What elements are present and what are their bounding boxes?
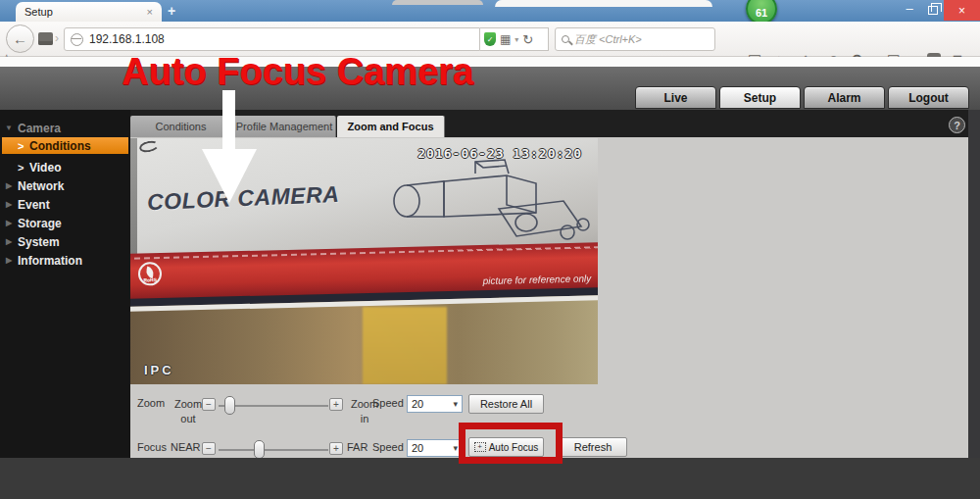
focus-far-button[interactable]: + [329,442,343,455]
nav-setup-button[interactable]: Setup [719,86,801,109]
restore-all-button[interactable]: Restore All [468,394,544,414]
select-caret-icon: ▾ [453,443,458,453]
caret-down-icon[interactable]: ▾ [514,35,518,44]
new-tab-button[interactable]: + [168,3,175,19]
sidebar-item-camera[interactable]: ▼ Camera [0,120,130,136]
camera-line-art [381,154,592,256]
nav-logout-button[interactable]: Logout [888,86,969,109]
annotation-heading: Auto Focus Camera [122,51,473,93]
sidebar-item-network[interactable]: ▶ Network [0,177,130,194]
nav-live-button[interactable]: Live [635,86,716,109]
triangle-right-icon: ▶ [0,200,18,209]
chevron-icon: › [55,31,59,45]
tab-conditions[interactable]: Conditions [130,116,232,137]
sidebar-item-event[interactable]: ▶ Event [0,196,130,213]
shield-icon[interactable]: ✓ [484,32,496,46]
url-text: 192.168.1.108 [89,32,165,46]
tab-zoom-and-focus[interactable]: Zoom and Focus [337,116,445,137]
globe-icon [71,33,83,46]
reference-note: picture for reference only [483,273,592,286]
refresh-button[interactable]: Refresh [559,437,627,457]
sidebar-item-label: System [18,235,60,249]
sidebar-item-label: Storage [18,217,62,230]
help-icon[interactable]: ? [949,117,965,133]
qr-code-icon[interactable]: ▦ [500,33,511,45]
tab-title: Setup [24,6,53,18]
focus-speed-select[interactable]: 20 ▾ [407,439,463,457]
triangle-right-icon: ▶ [0,181,18,190]
tab-profile-management[interactable]: Profile Management [233,116,336,137]
screen: Setup × + 61 – × ← › 192.168.1.108 ✓ ▦ ▾… [0,0,980,499]
zoom-out-button[interactable]: − [202,398,216,411]
background-tab-edge [392,0,483,5]
yellow-note [363,307,447,384]
zoom-speed-select[interactable]: 20 ▾ [407,395,463,413]
background-panel-edge [495,0,712,7]
address-bar[interactable]: 192.168.1.108 [64,27,480,51]
camera-box-edge [130,138,137,258]
zoom-speed-label: Speed [372,397,404,409]
sub-arrow-icon: > [18,162,29,174]
bookmarks-panel-icon[interactable] [38,32,53,45]
triangle-down-icon: ▼ [0,124,18,132]
nav-alarm-button[interactable]: Alarm [804,86,885,109]
browser-tab[interactable]: Setup × [16,2,162,22]
sidebar-item-conditions[interactable]: > Conditions [2,137,128,154]
sidebar-item-video[interactable]: > Video [0,159,130,175]
annotation-arrow-head [202,149,257,203]
focus-near-button[interactable]: − [202,442,216,455]
annotation-arrow-shaft [222,90,235,150]
zoom-in-button[interactable]: + [329,398,343,411]
rohs-badge: RoHS [138,262,163,286]
video-preview[interactable]: COLOR CAMERA [130,138,598,384]
sidebar-item-storage[interactable]: ▶ Storage [0,215,130,231]
focus-slider-handle[interactable] [254,440,265,459]
triangle-right-icon: ▶ [0,237,18,246]
focus-row-label: Focus [137,441,167,453]
sidebar-item-information[interactable]: ▶ Information [0,252,130,269]
restore-button[interactable] [928,6,938,15]
reload-icon[interactable]: ↻ [522,33,533,46]
focus-slider-track[interactable] [219,449,328,451]
page-right-band [968,110,980,458]
select-caret-icon: ▾ [453,399,458,409]
sidebar-item-label: Information [18,254,82,268]
minimize-button[interactable]: – [900,1,919,19]
sub-arrow-icon: > [18,140,29,152]
zoom-slider-handle[interactable] [224,396,235,415]
close-button[interactable]: × [944,0,980,21]
osd-timestamp: 2016-06-23 13:20:20 [417,146,582,161]
back-button[interactable]: ← [6,25,34,53]
triangle-right-icon: ▶ [0,219,18,227]
security-icon-group: ✓ ▦ ▾ ↻ [480,27,549,51]
focus-near-label: NEAR [171,441,201,453]
browser-titlebar: Setup × + 61 – × [0,0,980,22]
page-bottom-band [0,458,980,499]
sidebar-item-label: Event [18,198,50,212]
search-icon [562,35,569,43]
focus-speed-label: Speed [372,441,404,453]
sidebar-item-label: Video [29,161,61,175]
sidebar-item-label: Network [18,179,64,193]
sidebar-item-label: Conditions [29,139,91,153]
focus-speed-value: 20 [412,442,423,454]
search-bar[interactable] [555,27,715,51]
triangle-right-icon: ▶ [0,256,18,265]
focus-far-label: FAR [347,441,368,453]
tab-close-icon[interactable]: × [147,6,153,18]
annotation-highlight-box [459,423,563,464]
osd-channel-label: IPC [144,363,174,377]
sidebar: ▼ Camera > Conditions > Video ▶ Network … [0,110,130,458]
sidebar-item-system[interactable]: ▶ System [0,233,130,250]
zoom-row-label: Zoom [137,397,165,409]
search-input[interactable] [574,33,709,45]
sidebar-item-label: Camera [18,122,61,135]
zoom-speed-value: 20 [412,398,423,410]
